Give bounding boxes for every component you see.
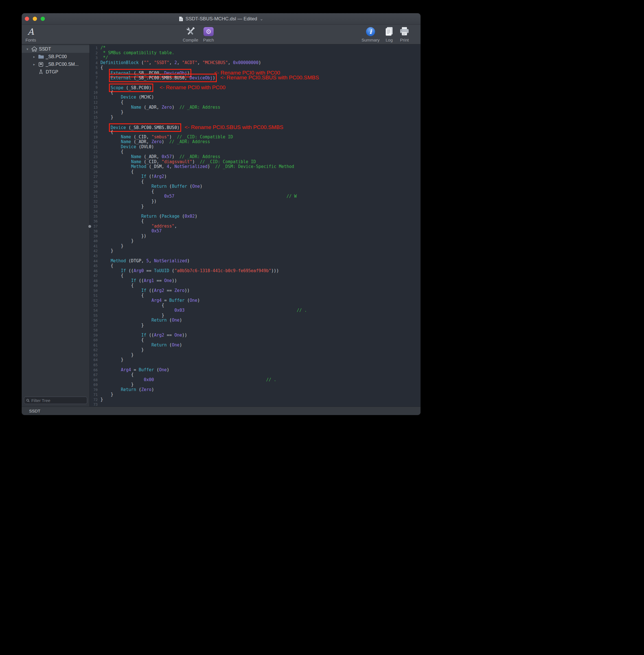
code-line: 68 0x00 // . xyxy=(90,378,420,383)
disclosure-triangle-icon[interactable]: ▸ xyxy=(31,55,37,59)
sidebar-item-label: SSDT xyxy=(39,47,51,52)
line-number: 18 xyxy=(90,130,98,135)
line-number: 23 xyxy=(90,154,98,159)
filter-tree-field[interactable] xyxy=(24,397,87,404)
print-button[interactable]: Print xyxy=(396,26,412,42)
code-text: Name (_ADR, Zero) // _ADR: Address xyxy=(98,105,220,110)
line-number: 67 xyxy=(90,372,98,378)
line-number: 46 xyxy=(90,269,98,274)
rename-highlight-box: External (_SB_.PC00, DeviceObj) xyxy=(111,71,190,76)
line-number: 5 xyxy=(90,65,98,70)
line-number: 57 xyxy=(90,323,98,328)
line-number: 42 xyxy=(90,248,98,253)
line-number: 22 xyxy=(90,149,98,154)
window-title: SSDT-SBUS-MCHC.dsl — Edited xyxy=(185,16,257,22)
code-editor[interactable]: 1/*2 * SMBus compatibility table.3 */4De… xyxy=(90,44,420,407)
code-text: { xyxy=(98,170,134,175)
sidebar-item--sb-pc00-sm-[interactable]: ▸_SB.PC00.SM... xyxy=(22,61,89,68)
line-number: 11 xyxy=(90,95,98,100)
disclosure-triangle-icon[interactable]: ▸ xyxy=(31,62,37,66)
rename-highlight-box: Scope (_SB.PC00) xyxy=(111,85,152,90)
code-line: 18 { xyxy=(90,130,420,135)
code-line: 12 { xyxy=(90,100,420,105)
line-number: 73 xyxy=(90,402,98,407)
line-number: 8 xyxy=(90,80,98,85)
code-line: 50 If ((Arg2 == Zero)) xyxy=(90,288,420,293)
summary-button[interactable]: i Summary xyxy=(359,26,382,42)
method-icon xyxy=(37,69,45,75)
code-text: Method (_DSM, 4, NotSerialized) // _DSM:… xyxy=(98,164,294,170)
line-number: 33 xyxy=(90,204,98,209)
title-chevron-icon[interactable]: ⌄ xyxy=(260,16,263,21)
code-text xyxy=(98,209,100,214)
disclosure-triangle-icon[interactable]: ▾ xyxy=(25,47,30,51)
line-number: 60 xyxy=(90,338,98,343)
code-text: 0x03 // . xyxy=(98,308,307,313)
code-line: 13 Name (_ADR, Zero) // _ADR: Address xyxy=(90,105,420,110)
line-number: 48 xyxy=(90,278,98,284)
fonts-icon: A xyxy=(28,26,34,37)
code-text: Name (_ADR, 0x57) // _ADR: Address xyxy=(98,154,220,159)
code-line: 15 } xyxy=(90,115,420,120)
code-text: Return (Buffer (One) xyxy=(98,184,202,189)
line-number: 6 xyxy=(90,70,98,75)
code-line: 69 } xyxy=(90,382,420,387)
line-number: 55 xyxy=(90,313,98,318)
code-text: 0x00 // . xyxy=(98,378,276,383)
code-text: If ((Arg2 == One)) xyxy=(98,333,187,338)
titlebar[interactable]: SSDT-SBUS-MCHC.dsl — Edited ⌄ xyxy=(22,13,420,25)
sidebar-item-dtgp[interactable]: DTGP xyxy=(22,68,89,76)
line-number: 59 xyxy=(90,333,98,338)
code-line: 52 Arg4 = Buffer (One) xyxy=(90,298,420,303)
code-text: If (!Arg2) xyxy=(98,174,167,179)
patch-gear-icon: ⚙ xyxy=(204,26,214,37)
code-line: 38 0x57 xyxy=(90,229,420,234)
code-line: 42 } xyxy=(90,248,420,253)
compile-button[interactable]: Compile xyxy=(180,26,201,42)
line-number: 66 xyxy=(90,367,98,373)
code-text: { xyxy=(98,338,144,343)
ssdt-tree: ▾SSDT▸_SB.PC00▸_SB.PC00.SM...DTGP xyxy=(22,44,89,395)
status-bar: SSDT xyxy=(22,407,420,415)
code-line: 27 If (!Arg2) xyxy=(90,174,420,179)
code-line: 63 } xyxy=(90,353,420,358)
code-text: } xyxy=(98,382,134,387)
code-line: 43 xyxy=(90,253,420,258)
code-text: } xyxy=(98,353,134,358)
code-line: 57 } xyxy=(90,323,420,328)
sidebar-item--sb-pc00[interactable]: ▸_SB.PC00 xyxy=(22,53,89,61)
code-line: 7 External (_SB_.PC00.SMBS.BUS0, DeviceO… xyxy=(90,75,420,80)
fonts-button[interactable]: A Fonts xyxy=(23,26,38,42)
code-text: Return (One) xyxy=(98,318,182,323)
line-number: 15 xyxy=(90,115,98,120)
code-text xyxy=(98,328,100,333)
code-text: } xyxy=(98,110,123,115)
code-line: 35 Return (Package (0x02) xyxy=(90,214,420,219)
patch-button[interactable]: ⚙ Patch xyxy=(201,26,216,42)
code-text: } xyxy=(98,392,113,397)
code-line: 23 Name (_ADR, 0x57) // _ADR: Address xyxy=(90,154,420,159)
code-text: If ((Arg2 == Zero)) xyxy=(98,288,190,293)
line-number: 44 xyxy=(90,258,98,264)
log-button[interactable]: Log xyxy=(381,26,397,42)
code-text: Device (MCHC) xyxy=(98,95,154,100)
code-text: Arg4 = Buffer (One) xyxy=(98,367,169,373)
code-text: }) xyxy=(98,234,146,239)
sidebar-item-ssdt[interactable]: ▾SSDT xyxy=(22,45,89,53)
code-line: 49 { xyxy=(90,283,420,288)
line-number: 27 xyxy=(90,174,98,179)
code-text: 0x57 xyxy=(98,229,162,234)
code-line: 62 } xyxy=(90,347,420,353)
line-number: 68 xyxy=(90,378,98,383)
filter-tree-input[interactable] xyxy=(31,398,85,403)
patch-label: Patch xyxy=(203,38,214,42)
code-text: DefinitionBlock ("", "SSDT", 2, "ACDT", … xyxy=(98,61,261,66)
line-number: 20 xyxy=(90,139,98,144)
line-number: 12 xyxy=(90,100,98,105)
code-text: "address", xyxy=(98,224,177,229)
rename-annotation: <- Rename PCI0.SBUS with PC00.SMBS xyxy=(220,74,319,81)
code-line: 66 Arg4 = Buffer (One) xyxy=(90,367,420,373)
code-line: 25 Method (_DSM, 4, NotSerialized) // _D… xyxy=(90,164,420,170)
code-text: /* xyxy=(98,45,106,50)
log-documents-icon xyxy=(384,26,394,37)
